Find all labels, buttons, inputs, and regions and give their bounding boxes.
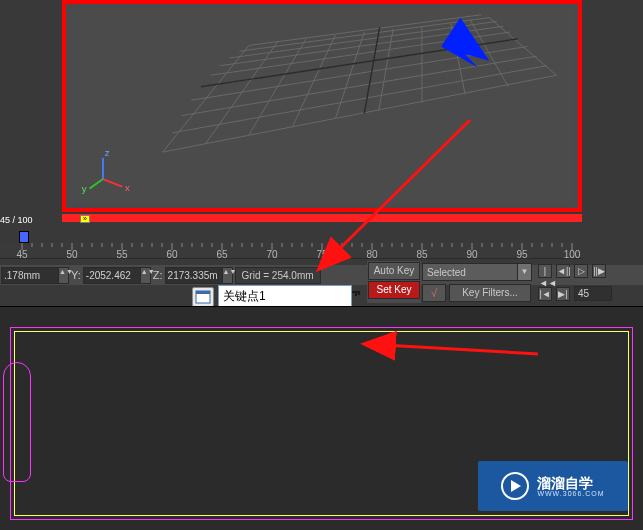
svg-text:80: 80	[366, 249, 378, 259]
prev-frame-button[interactable]: ◄||	[556, 264, 570, 278]
svg-rect-97	[358, 291, 360, 295]
key-filters-button[interactable]: Key Filters...	[449, 284, 531, 302]
coord-y-label: Y:	[71, 269, 81, 281]
svg-text:65: 65	[216, 249, 228, 259]
svg-line-14	[335, 32, 364, 118]
svg-text:45: 45	[16, 249, 28, 259]
grid-readout: Grid = 254.0mm	[235, 267, 321, 284]
svg-line-11	[206, 42, 278, 144]
coord-y-input[interactable]	[84, 268, 140, 283]
coord-x-input[interactable]	[2, 268, 58, 283]
svg-line-2	[182, 56, 537, 116]
track-view-shape	[3, 362, 31, 482]
svg-rect-96	[355, 291, 357, 296]
key-target-label: Selected	[423, 267, 517, 278]
coord-y-spinner[interactable]: ▲▼	[83, 267, 151, 284]
timeline-slider-arrow[interactable]: »	[80, 215, 90, 223]
svg-line-19	[489, 18, 556, 76]
set-key-button[interactable]: Set Key	[368, 281, 420, 299]
perspective-viewport[interactable]: x y z	[62, 0, 582, 212]
watermark-title: 溜溜自学	[537, 476, 604, 490]
svg-line-1	[172, 66, 547, 133]
next-key-button[interactable]: ▶|	[556, 287, 570, 301]
watermark-sub: WWW.3066.COM	[537, 490, 604, 497]
play-button[interactable]: ▷	[574, 264, 588, 278]
svg-text:90: 90	[466, 249, 478, 259]
svg-text:50: 50	[66, 249, 78, 259]
svg-text:70: 70	[266, 249, 278, 259]
svg-marker-22	[441, 18, 489, 68]
axis-x-label: x	[125, 182, 130, 193]
coord-z-spinner[interactable]: ▲▼	[165, 267, 233, 284]
spinner-up-icon[interactable]: ▲▼	[222, 268, 232, 283]
tag-name-input[interactable]	[218, 285, 352, 307]
svg-text:85: 85	[416, 249, 428, 259]
axis-z-label: z	[105, 147, 110, 158]
svg-text:75: 75	[316, 249, 328, 259]
next-frame-button[interactable]: ||▶	[592, 264, 606, 278]
chevron-down-icon[interactable]: ▼	[517, 264, 531, 280]
time-ruler[interactable]: 4550556065707580859095100	[0, 243, 582, 259]
animate-mode-box: Auto Key Set Key	[367, 261, 421, 303]
default-tangent-button[interactable]: √	[422, 284, 446, 302]
play-circle-icon	[501, 472, 529, 500]
prev-key-button[interactable]: |◄	[538, 287, 552, 301]
svg-text:60: 60	[166, 249, 178, 259]
svg-rect-99	[196, 291, 210, 294]
current-frame-input[interactable]	[574, 286, 612, 301]
svg-text:95: 95	[516, 249, 528, 259]
svg-line-24	[89, 179, 102, 189]
svg-line-23	[103, 179, 122, 187]
coord-z-input[interactable]	[166, 268, 222, 283]
svg-line-0	[163, 75, 557, 152]
coord-z-label: Z:	[153, 269, 163, 281]
key-target-dropdown[interactable]: Selected ▼	[422, 263, 532, 281]
watermark: 溜溜自学 WWW.3066.COM	[478, 461, 628, 511]
playback-controls: |◄◄ ◄|| ▷ ||▶	[538, 264, 606, 280]
spinner-up-icon[interactable]: ▲▼	[140, 268, 150, 283]
goto-start-button[interactable]: |◄◄	[538, 264, 552, 278]
svg-text:55: 55	[116, 249, 128, 259]
svg-line-12	[249, 38, 307, 135]
frame-nav: |◄ ▶|	[538, 286, 612, 301]
axis-y-label: y	[82, 183, 87, 194]
key-marker[interactable]	[19, 231, 29, 243]
frame-counter: 45 / 100	[0, 215, 33, 225]
maxscript-listener-button[interactable]	[192, 287, 214, 307]
svg-text:100: 100	[564, 249, 581, 259]
auto-key-button[interactable]: Auto Key	[368, 262, 420, 280]
spinner-up-icon[interactable]: ▲▼	[58, 268, 68, 283]
coord-x-spinner[interactable]: ▲▼	[1, 267, 69, 284]
timeline-redbar	[62, 214, 582, 222]
svg-line-10	[163, 45, 249, 152]
viewport-canvas[interactable]: x y z	[70, 8, 574, 204]
